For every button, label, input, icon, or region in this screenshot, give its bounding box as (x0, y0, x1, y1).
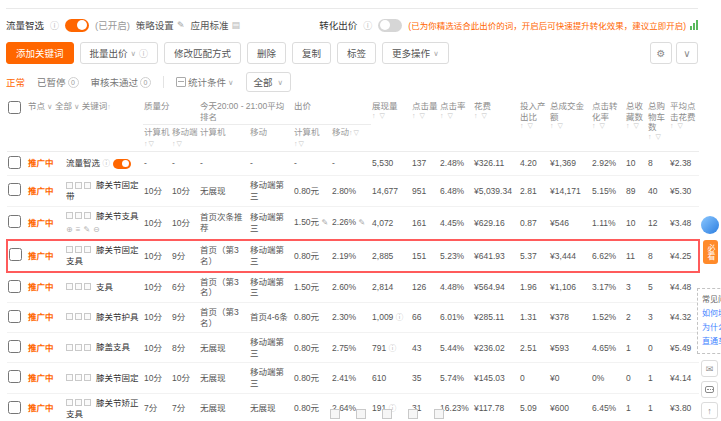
node-dropdown[interactable]: 节点∨ (28, 101, 53, 112)
bar-chart-icon (690, 20, 698, 30)
row-checkbox[interactable] (8, 401, 21, 414)
keyword-tool-icons[interactable] (66, 343, 93, 354)
row-checkbox[interactable] (8, 215, 21, 228)
sort-icon[interactable]: ↑ (107, 103, 112, 110)
rank_pc-value: 首页次条推荐 (200, 212, 243, 233)
select-all-checkbox[interactable] (8, 101, 21, 114)
scope-dropdown[interactable]: 全部∨ (55, 101, 80, 112)
bottom-bar-icon[interactable] (382, 409, 392, 419)
keyword-link[interactable]: 支具 (96, 282, 113, 292)
sub-rank-mobile: 移动 (249, 125, 293, 151)
filter-tab-paused[interactable]: 已暂停 0 (37, 75, 79, 89)
add-icon[interactable]: ⊕ (66, 225, 76, 234)
cpc-cell: ¥3.80 (669, 393, 699, 421)
keyword-tool-icons[interactable] (66, 398, 93, 409)
sort-filter-icon[interactable]: ↑ ▽ (648, 133, 668, 142)
rank_m-value: 移动端第三 (250, 212, 284, 233)
keyword-link[interactable]: 膝关节固定 (96, 373, 139, 383)
batch-bid-button[interactable]: 批量出价 ∨ ⓘ (80, 42, 159, 64)
edit-icon[interactable]: ✎ (83, 225, 93, 234)
sort-filter-icon[interactable]: ↑ ▽ (550, 122, 590, 131)
add-keyword-button[interactable]: 添加关键词 (6, 42, 74, 64)
cpc-cell: ¥4.32 (669, 302, 699, 332)
ctr-cell: 5.74% (439, 363, 473, 393)
sort-filter-icon[interactable]: ↑ ▽ (412, 112, 438, 121)
add-keyword-label: 添加关键词 (16, 46, 64, 60)
keyword-tool-icons[interactable] (66, 181, 93, 192)
sort-filter-icon[interactable]: ↑ ▽ (520, 122, 548, 131)
help-link[interactable]: 直通车与超级推荐计划？ (702, 335, 721, 346)
rank_m-cell: 移动端第三 (249, 272, 293, 303)
keyword-link[interactable]: 膝盖支具 (96, 342, 130, 352)
keyword-link[interactable]: 膝关节护具 (96, 312, 139, 322)
cart-cell: 3 (647, 302, 669, 332)
sort-filter-icon[interactable]: ↑ ▽ (440, 112, 472, 121)
help-link[interactable]: 为什么点击量超过日限额？ (702, 321, 721, 332)
row-checkbox[interactable] (8, 310, 21, 323)
edit-bid-icon[interactable]: ✎ (359, 218, 366, 227)
cvr-value: 6.45% (592, 403, 616, 413)
sort-filter-icon[interactable]: ↑ ▽ (670, 122, 698, 131)
service-avatar[interactable] (701, 216, 719, 234)
edit-bid-icon[interactable]: ✎ (321, 218, 328, 227)
sort-filter-icon[interactable]: ↑▽ (294, 140, 305, 147)
keyword-link[interactable]: 流量智选 (66, 158, 100, 168)
keyword-tool-icons[interactable] (66, 312, 93, 323)
bottom-bar-icon[interactable] (330, 409, 340, 419)
keyword-action-icons[interactable]: ⊕≡✎⊖ (66, 225, 142, 235)
more-actions-button[interactable]: 更多操作 ∨ (382, 42, 449, 64)
chat-icon[interactable] (701, 381, 718, 398)
row-checkbox[interactable] (8, 156, 21, 169)
sort-filter-icon[interactable]: ↑ ▽ (626, 122, 646, 131)
delete-button[interactable]: 删除 (247, 42, 286, 64)
bottom-bar-icon[interactable] (408, 409, 418, 419)
bottom-bar-icon[interactable] (356, 409, 366, 419)
rank_pc-cell: 首页（第3名） (199, 302, 249, 332)
bid_pc-value: 0.80元 (294, 312, 319, 322)
clicks-cell: 43 (411, 333, 439, 363)
bottom-bar-icon[interactable] (434, 409, 444, 419)
keyword-tool-icons[interactable] (66, 211, 93, 222)
strategy-settings-link[interactable]: 策略设置 ✎ (136, 18, 185, 32)
help-link[interactable]: 如何埋设图片关键词？ (702, 307, 721, 318)
sort-filter-icon[interactable]: ↑▽ (172, 140, 183, 147)
row-checkbox[interactable] (8, 340, 21, 353)
keyword-link[interactable]: 膝关节支具 (96, 211, 139, 221)
flow-smart-toggle[interactable] (65, 19, 89, 32)
message-icon[interactable]: ✉ (701, 360, 718, 377)
copy-button[interactable]: 复制 (292, 42, 331, 64)
keyword-tool-icons[interactable] (66, 282, 93, 293)
keyword-tool-icons[interactable] (66, 373, 93, 384)
conversion-bid-toggle[interactable] (378, 19, 402, 32)
back-to-top-button[interactable]: ↑ (701, 402, 718, 419)
smart-flow-toggle[interactable] (113, 159, 131, 169)
remove-icon[interactable]: ⊖ (93, 225, 103, 234)
spend-cell: ¥145.03 (473, 363, 519, 393)
keyword-tool-icons[interactable] (66, 245, 93, 256)
column-settings-button[interactable]: ⚙ (650, 42, 672, 64)
row-checkbox[interactable] (8, 370, 21, 383)
sort-filter-icon[interactable]: ↑▽ (349, 129, 360, 136)
sort-filter-icon[interactable]: ↑ ▽ (372, 112, 410, 121)
sort-filter-icon[interactable]: ↑ ▽ (592, 122, 624, 131)
must-read-badge[interactable]: 必看 (703, 240, 718, 264)
filter-tab-rejected[interactable]: 审核未通过 0 (91, 75, 152, 89)
modify-match-button[interactable]: 修改匹配方式 (164, 42, 241, 64)
bid_m-cell: 2.30% (331, 302, 371, 332)
sort-filter-icon[interactable]: ↑▽ (144, 140, 155, 147)
impr-value: 1,009 (372, 312, 393, 322)
collapse-button[interactable]: ∨ (676, 42, 698, 64)
row-checkbox[interactable] (9, 248, 22, 261)
tag-button[interactable]: 标签 (337, 42, 376, 64)
apply-standard-link[interactable]: 应用标准 ▤ (190, 18, 240, 32)
filter-tab-normal[interactable]: 正常 (6, 75, 25, 89)
gmv-cell: ¥378 (549, 302, 591, 332)
stat-condition-dropdown[interactable]: 统计条件 ∨ (176, 75, 234, 89)
sub-bid-pc: 计算机↑▽ (293, 125, 331, 151)
scope-select[interactable]: 全部 ∨ (246, 72, 292, 92)
row-checkbox[interactable] (8, 183, 21, 196)
table-row: 推广中支具10分6分首页（第3名）移动端第三1.50元2.60%2,814126… (7, 272, 699, 303)
chevron-down-icon: ∨ (433, 49, 439, 58)
row-checkbox[interactable] (8, 280, 21, 293)
sort-filter-icon[interactable]: ↑ ▽ (474, 112, 518, 121)
